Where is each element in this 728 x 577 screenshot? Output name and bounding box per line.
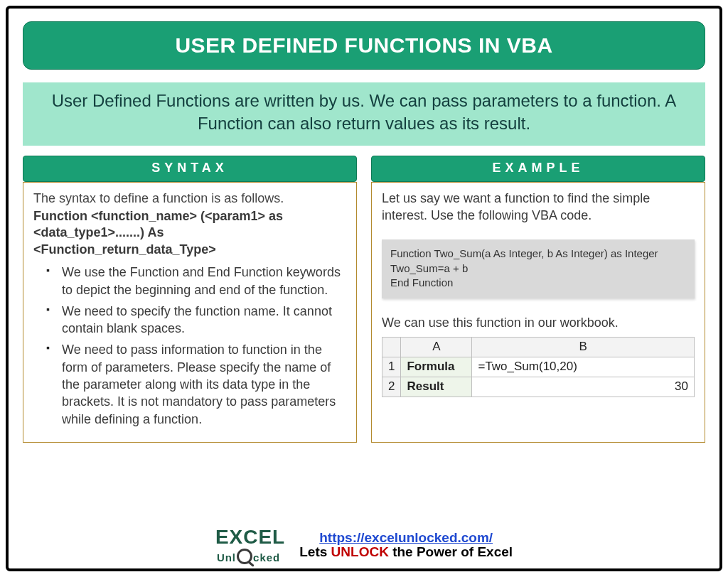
syntax-code-line: Function <function_name> (<param1> as: [33, 208, 346, 225]
syntax-body: The syntax to define a function is as fo…: [23, 182, 357, 443]
code-line: Function Two_Sum(a As Integer, b As Inte…: [390, 247, 686, 261]
logo-sub: Unlcked: [217, 549, 285, 564]
footer-text: https://excelunlocked.com/ Lets UNLOCK t…: [299, 530, 513, 560]
col-header-b: B: [472, 338, 695, 357]
logo-top: EXCEL: [215, 526, 285, 549]
sheet-corner: [382, 338, 401, 357]
syntax-bullet: We use the Function and End Function key…: [49, 264, 346, 298]
code-line: Two_Sum=a + b: [390, 261, 686, 276]
columns: SYNTAX The syntax to define a function i…: [23, 156, 705, 443]
syntax-bullet: We need to specify the function name. It…: [49, 303, 346, 338]
brand-logo: EXCEL Unlcked: [215, 526, 285, 564]
example-intro: Let us say we want a function to find th…: [382, 190, 695, 225]
example-column: EXAMPLE Let us say we want a function to…: [371, 156, 705, 443]
tag-unlock: UNLOCK: [331, 544, 389, 559]
document-frame: USER DEFINED FUNCTIONS IN VBA User Defin…: [6, 6, 722, 571]
tag-post: the Power of Excel: [389, 544, 513, 559]
example-after: We can use this function in our workbook…: [382, 314, 695, 331]
footer-tagline: Lets UNLOCK the Power of Excel: [299, 544, 513, 560]
sheet-row: 1 Formula =Two_Sum(10,20): [382, 357, 695, 377]
cell-a2: Result: [401, 377, 472, 397]
magnifying-glass-icon: [237, 549, 252, 564]
syntax-code-line: <data_type1>.......) As: [33, 225, 346, 241]
vba-code-box: Function Two_Sum(a As Integer, b As Inte…: [382, 239, 695, 298]
footer: EXCEL Unlcked https://excelunlocked.com/…: [9, 526, 719, 564]
code-line: End Function: [390, 276, 686, 290]
example-header: EXAMPLE: [371, 156, 705, 182]
syntax-header: SYNTAX: [23, 156, 357, 182]
sheet-header-row: A B: [382, 338, 695, 357]
sheet-row: 2 Result 30: [382, 377, 695, 397]
intro-box: User Defined Functions are written by us…: [23, 82, 705, 146]
col-header-a: A: [401, 338, 472, 357]
example-body: Let us say we want a function to find th…: [371, 182, 705, 443]
syntax-lead: The syntax to define a function is as fo…: [33, 190, 346, 207]
cell-a1: Formula: [401, 357, 472, 377]
syntax-bullets: We use the Function and End Function key…: [33, 264, 346, 428]
logo-text-block: EXCEL Unlcked: [215, 526, 285, 564]
row-number: 2: [382, 377, 401, 397]
row-number: 1: [382, 357, 401, 377]
page-title: USER DEFINED FUNCTIONS IN VBA: [23, 21, 705, 70]
cell-b1: =Two_Sum(10,20): [472, 357, 695, 377]
syntax-code: Function <function_name> (<param1> as <d…: [33, 208, 346, 258]
syntax-column: SYNTAX The syntax to define a function i…: [23, 156, 357, 443]
cell-b2: 30: [472, 377, 695, 397]
tag-pre: Lets: [299, 544, 331, 559]
syntax-code-line: <Function_return_data_Type>: [33, 242, 346, 258]
syntax-bullet: We need to pass information to function …: [49, 341, 346, 427]
excel-sheet: A B 1 Formula =Two_Sum(10,20) 2 Result 3…: [382, 337, 695, 397]
footer-link[interactable]: https://excelunlocked.com/: [319, 530, 493, 545]
